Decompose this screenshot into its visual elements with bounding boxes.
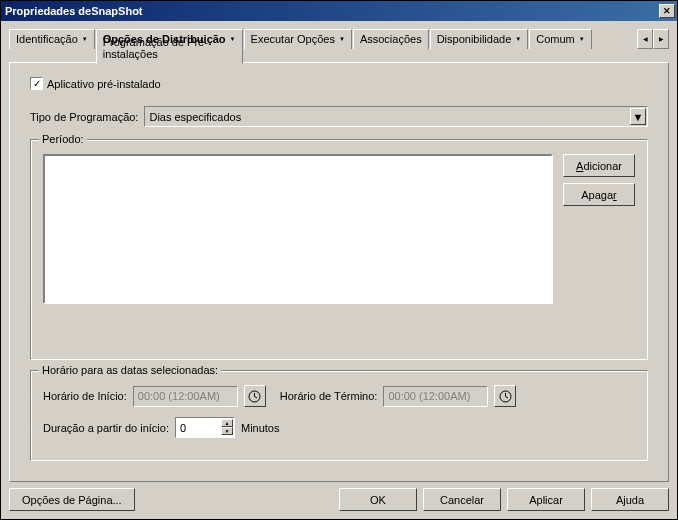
horario-group: Horário para as datas selecionadas: Horá…	[30, 370, 648, 461]
duracao-spinner[interactable]: 0 ▲ ▼	[175, 417, 235, 438]
tipo-value: Dias especificados	[149, 111, 241, 123]
dropdown-button[interactable]: ▼	[630, 108, 646, 125]
tab-label: Executar Opções	[251, 33, 335, 45]
periodo-body: Adicionar Apagar	[43, 154, 635, 304]
periodo-group: Período: Adicionar Apagar	[30, 139, 648, 360]
tipo-row: Tipo de Programação: Dias especificados …	[30, 106, 648, 127]
chevron-down-icon: ▼	[82, 36, 88, 42]
tab-nav: ◀ ▶	[637, 29, 669, 49]
tab-identificacao[interactable]: Identificação ▼	[9, 29, 95, 49]
tab-label: Identificação	[16, 33, 78, 45]
clock-icon	[499, 390, 512, 403]
cancel-button[interactable]: Cancelar	[423, 488, 501, 511]
inicio-input[interactable]: 00:00 (12:00AM)	[133, 386, 238, 407]
tab-subtitle: Programação de Pré-instalações	[103, 36, 242, 60]
adicionar-button[interactable]: Adicionar	[563, 154, 635, 177]
duracao-unit: Minutos	[241, 422, 280, 434]
tab-executar-opcoes[interactable]: Executar Opções ▼	[244, 29, 352, 49]
tab-label: Comum	[536, 33, 575, 45]
preinstalled-checkbox[interactable]: ✓	[30, 77, 43, 90]
periodo-title: Período:	[39, 133, 87, 145]
tab-disponibilidade[interactable]: Disponibilidade ▼	[430, 29, 529, 49]
ok-button[interactable]: OK	[339, 488, 417, 511]
spin-down[interactable]: ▼	[221, 427, 233, 435]
spacer	[141, 488, 333, 511]
preinstalled-row: ✓ Aplicativo pré-instalado	[30, 77, 654, 90]
chevron-left-icon: ◀	[643, 36, 648, 42]
chevron-down-icon: ▼	[339, 36, 345, 42]
apagar-button[interactable]: Apagar	[563, 183, 635, 206]
chevron-down-icon: ▼	[515, 36, 521, 42]
close-button[interactable]: ✕	[659, 4, 675, 18]
tipo-select[interactable]: Dias especificados ▼	[144, 106, 648, 127]
time-row: Horário de Início: 00:00 (12:00AM) Horár…	[43, 385, 635, 407]
tab-scroll-left[interactable]: ◀	[637, 29, 653, 49]
page-options-button[interactable]: Opções de Página...	[9, 488, 135, 511]
apply-button[interactable]: Aplicar	[507, 488, 585, 511]
clock-icon	[248, 390, 261, 403]
tab-panel: ✓ Aplicativo pré-instalado Tipo de Progr…	[9, 62, 669, 482]
content-area: Identificação ▼ Opções de Distribuição ▼…	[1, 21, 677, 488]
dialog-window: Propriedades deSnapShot ✕ Identificação …	[0, 0, 678, 520]
periodo-buttons: Adicionar Apagar	[563, 154, 635, 304]
tab-opcoes-distribuicao[interactable]: Opções de Distribuição ▼ Programação de …	[96, 29, 243, 64]
chevron-down-icon: ▼	[579, 36, 585, 42]
chevron-down-icon: ▼	[633, 111, 644, 123]
tab-scroll-right[interactable]: ▶	[653, 29, 669, 49]
tab-associacoes[interactable]: Associações	[353, 29, 429, 49]
tab-label: Associações	[360, 33, 422, 45]
periodo-listbox[interactable]	[43, 154, 553, 304]
termino-input[interactable]: 00:00 (12:00AM)	[383, 386, 488, 407]
horario-title: Horário para as datas selecionadas:	[39, 364, 221, 376]
duracao-value: 0	[180, 422, 186, 434]
help-button[interactable]: Ajuda	[591, 488, 669, 511]
tab-label: Disponibilidade	[437, 33, 512, 45]
termino-label: Horário de Término:	[280, 390, 378, 402]
tab-strip: Identificação ▼ Opções de Distribuição ▼…	[9, 29, 669, 63]
bottom-bar: Opções de Página... OK Cancelar Aplicar …	[1, 488, 677, 519]
duration-row: Duração a partir do início: 0 ▲ ▼ Minuto…	[43, 417, 635, 438]
duracao-label: Duração a partir do início:	[43, 422, 169, 434]
inicio-clock-button[interactable]	[244, 385, 266, 407]
tipo-label: Tipo de Programação:	[30, 111, 138, 123]
termino-clock-button[interactable]	[494, 385, 516, 407]
inicio-label: Horário de Início:	[43, 390, 127, 402]
preinstalled-label: Aplicativo pré-instalado	[47, 78, 161, 90]
chevron-right-icon: ▶	[659, 36, 664, 42]
spin-up[interactable]: ▲	[221, 419, 233, 427]
titlebar: Propriedades deSnapShot ✕	[1, 1, 677, 21]
spinner-buttons: ▲ ▼	[221, 419, 233, 435]
titlebar-title: Propriedades deSnapShot	[5, 5, 659, 17]
tab-comum[interactable]: Comum ▼	[529, 29, 591, 49]
